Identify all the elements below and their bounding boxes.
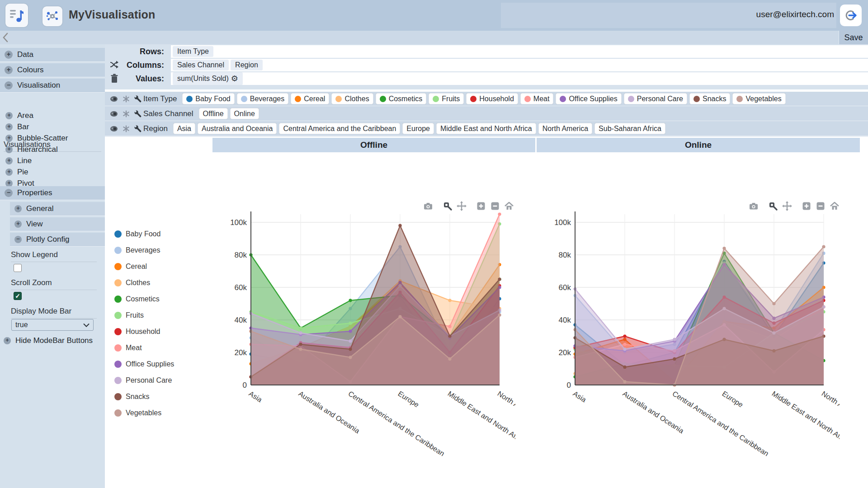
filter-chip-online[interactable]: Online bbox=[230, 108, 259, 119]
sidebar-item-bubble-scatter[interactable]: + Bubble-Scatter bbox=[5, 133, 68, 144]
columns-field[interactable]: Sales ChannelRegion bbox=[171, 59, 868, 71]
filter-chip-cosmetics[interactable]: Cosmetics bbox=[376, 93, 427, 104]
display-mode-bar-select[interactable]: true bbox=[11, 319, 94, 331]
svg-text:60k: 60k bbox=[559, 283, 571, 292]
filter-chip-offline[interactable]: Offline bbox=[199, 108, 228, 119]
sidebar-item-bar[interactable]: + Bar bbox=[5, 122, 29, 132]
eye-icon[interactable] bbox=[109, 111, 118, 117]
scroll-zoom-checkbox[interactable]: ✓ bbox=[14, 292, 22, 300]
field-chip-sum-units-sold[interactable]: sum(Units Sold)⚙ bbox=[173, 72, 243, 85]
filter-chip-asia[interactable]: Asia bbox=[173, 123, 195, 134]
sidebar-item-area[interactable]: + Area bbox=[5, 110, 33, 121]
wrench-icon[interactable] bbox=[134, 110, 142, 118]
show-legend-checkbox[interactable] bbox=[14, 264, 22, 272]
filter-chip-fruits[interactable]: Fruits bbox=[429, 93, 464, 104]
svg-text:0: 0 bbox=[243, 381, 247, 389]
sidebar-item-hierarchical[interactable]: + Hierarchical bbox=[5, 144, 58, 155]
save-button[interactable]: Save bbox=[839, 31, 868, 44]
filter-row-item-type: Item TypeBaby FoodBeveragesCerealClothes… bbox=[105, 92, 868, 106]
offline-area-chart[interactable]: 020k40k60k80k100kAsiaAustralia and Ocean… bbox=[224, 199, 515, 470]
filter-chip-label: Cereal bbox=[304, 95, 325, 103]
svg-text:100k: 100k bbox=[230, 218, 247, 227]
chevron-left-icon bbox=[1, 32, 11, 43]
filter-chip-beverages[interactable]: Beverages bbox=[237, 93, 289, 104]
eye-icon[interactable] bbox=[109, 96, 118, 102]
filter-chip-middle-east-and-north-africa[interactable]: Middle East and North Africa bbox=[436, 123, 536, 134]
pivot-columns-row: Columns: Sales ChannelRegion bbox=[121, 59, 867, 71]
legend-item-cosmetics: Cosmetics bbox=[114, 291, 174, 307]
wrench-icon[interactable] bbox=[134, 95, 142, 103]
legend-item-vegetables: Vegetables bbox=[114, 405, 174, 421]
filter-chip-europe[interactable]: Europe bbox=[402, 123, 434, 134]
sidebar-item-label: Pie bbox=[17, 168, 28, 177]
filter-chip-australia-and-oceania[interactable]: Australia and Oceania bbox=[198, 123, 277, 134]
svg-text:20k: 20k bbox=[235, 348, 247, 357]
columns-label: Columns: bbox=[121, 61, 164, 70]
filter-row-icons bbox=[105, 95, 143, 103]
sidebar-item-hide-modebar-buttons[interactable]: + Hide ModeBar Buttons bbox=[4, 335, 93, 346]
network-hub-icon bbox=[46, 9, 59, 23]
filter-chip-north-america[interactable]: North America bbox=[538, 123, 592, 134]
legend-item-personal-care: Personal Care bbox=[114, 372, 174, 389]
filter-chip-label: Vegetables bbox=[745, 95, 781, 103]
sidebar-section-visualisation[interactable]: − Visualisation bbox=[0, 79, 105, 93]
sidebar-item-label: Area bbox=[17, 111, 33, 120]
filter-chip-label: Online bbox=[234, 110, 255, 118]
sidebar-section-colours[interactable]: + Colours bbox=[0, 63, 105, 77]
gear-icon[interactable]: ⚙ bbox=[231, 74, 238, 84]
legend-item-snacks: Snacks bbox=[114, 389, 174, 405]
filter-chip-personal-care[interactable]: Personal Care bbox=[624, 93, 687, 104]
values-field[interactable]: sum(Units Sold)⚙ bbox=[171, 72, 868, 85]
sidebar-item-line[interactable]: + Line bbox=[5, 155, 32, 166]
filter-chip-central-america-and-the-caribbean[interactable]: Central America and the Caribbean bbox=[279, 123, 400, 134]
sidebar-item-label: Hierarchical bbox=[17, 145, 58, 154]
sidebar-section-properties[interactable]: − Properties bbox=[0, 186, 105, 200]
facet-header-offline: Offline bbox=[212, 138, 535, 152]
legend-label: Baby Food bbox=[126, 230, 160, 238]
asterisk-icon[interactable] bbox=[123, 95, 130, 103]
filter-chip-meat[interactable]: Meat bbox=[520, 93, 554, 104]
filter-chip-vegetables[interactable]: Vegetables bbox=[732, 93, 785, 104]
filter-chip-sub-saharan-africa[interactable]: Sub-Saharan Africa bbox=[594, 123, 665, 134]
rows-field[interactable]: Item Type bbox=[171, 45, 868, 58]
visualisation-app-button[interactable] bbox=[42, 6, 62, 26]
asterisk-icon[interactable] bbox=[123, 110, 130, 117]
filter-chip-label: Beverages bbox=[250, 95, 285, 103]
asterisk-icon[interactable] bbox=[123, 125, 130, 132]
x-tick-label: Central America and the Caribbean bbox=[347, 389, 446, 457]
legend-color-dot bbox=[114, 344, 122, 352]
delete-field-button[interactable] bbox=[110, 73, 119, 84]
filter-chip-snacks[interactable]: Snacks bbox=[689, 93, 730, 104]
field-chip-region[interactable]: Region bbox=[231, 60, 263, 70]
field-chip-item-type[interactable]: Item Type bbox=[173, 46, 213, 57]
filter-chip-clothes[interactable]: Clothes bbox=[331, 93, 373, 104]
filters-panel: Item TypeBaby FoodBeveragesCerealClothes… bbox=[105, 92, 868, 136]
sidebar-group-general[interactable]: + General bbox=[10, 202, 105, 216]
wrench-icon[interactable] bbox=[134, 125, 142, 133]
filter-chip-label: Baby Food bbox=[195, 95, 230, 103]
filter-chip-label: Office Supplies bbox=[569, 95, 617, 103]
legend-color-dot bbox=[114, 263, 122, 270]
field-chip-sales-channel[interactable]: Sales Channel bbox=[173, 60, 229, 70]
filter-chip-baby-food[interactable]: Baby Food bbox=[182, 93, 234, 104]
swap-rows-columns-button[interactable] bbox=[109, 60, 119, 70]
select-value: true bbox=[15, 321, 28, 329]
filter-chip-household[interactable]: Household bbox=[466, 93, 518, 104]
category-color-dot bbox=[186, 96, 193, 102]
x-tick-label: Asia bbox=[571, 389, 587, 404]
sidebar-group-view[interactable]: + View bbox=[10, 217, 105, 231]
logout-button[interactable] bbox=[840, 5, 862, 26]
sidebar-section-data[interactable]: + Data bbox=[0, 48, 105, 62]
playlist-menu-button[interactable] bbox=[5, 4, 28, 27]
sidebar-item-pie[interactable]: + Pie bbox=[5, 167, 28, 178]
filter-chip-cereal[interactable]: Cereal bbox=[291, 93, 329, 104]
filter-chip-office-supplies[interactable]: Office Supplies bbox=[556, 93, 621, 104]
legend-label: Fruits bbox=[126, 311, 144, 319]
online-area-chart[interactable]: 020k40k60k80k100kAsiaAustralia and Ocean… bbox=[548, 199, 840, 470]
eye-icon[interactable] bbox=[109, 126, 118, 132]
legend-color-dot bbox=[114, 361, 122, 368]
back-button[interactable] bbox=[1, 32, 12, 43]
sidebar-group-plotly-config[interactable]: − Plotly Config bbox=[10, 233, 105, 247]
values-label: Values: bbox=[121, 74, 164, 84]
category-color-dot bbox=[693, 96, 700, 102]
